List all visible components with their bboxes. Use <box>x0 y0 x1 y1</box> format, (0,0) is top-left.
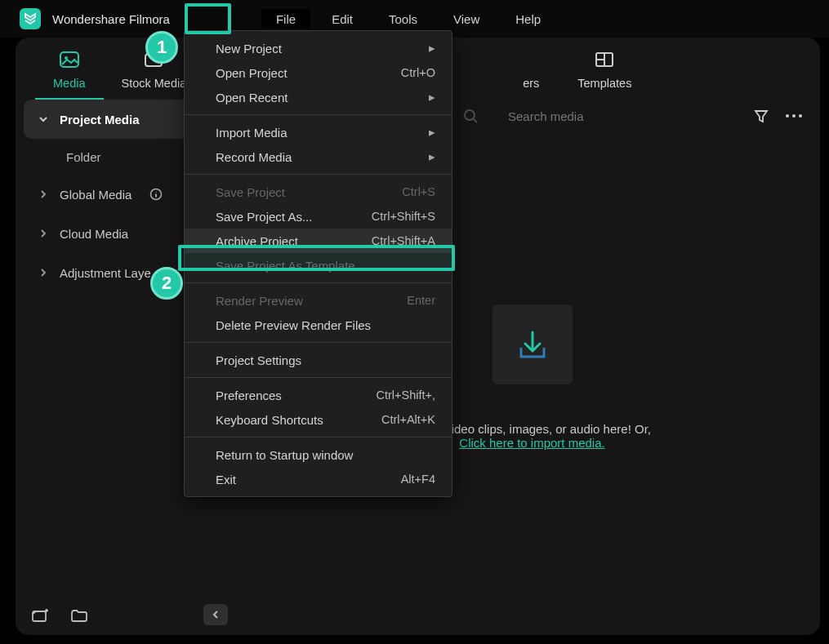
menubar-tools[interactable]: Tools <box>374 9 432 29</box>
filter-icon[interactable] <box>751 106 771 126</box>
chevron-right-icon: ▸ <box>429 149 435 164</box>
menu-separator <box>185 377 452 378</box>
app-title: Wondershare Filmora <box>52 12 170 26</box>
menubar-edit[interactable]: Edit <box>317 9 368 29</box>
menubar-view[interactable]: View <box>439 9 494 29</box>
menu-return-startup[interactable]: Return to Startup window <box>185 442 452 467</box>
new-bin-icon[interactable] <box>30 606 50 625</box>
menu-record-media[interactable]: Record Media ▸ <box>185 144 452 169</box>
import-icon <box>492 304 573 384</box>
menu-exit[interactable]: Exit Alt+F4 <box>185 467 452 491</box>
menu-separator <box>185 282 452 283</box>
menu-archive-project[interactable]: Archive Project Ctrl+Shift+A <box>185 229 452 253</box>
chevron-right-icon <box>38 189 48 199</box>
tab-label: Media <box>53 77 86 90</box>
sidebar-label: Adjustment Laye <box>60 266 151 280</box>
svg-line-8 <box>474 119 477 122</box>
file-dropdown: New Project ▸ Open Project Ctrl+O Open R… <box>184 30 452 497</box>
menu-delete-preview[interactable]: Delete Preview Render Files <box>185 313 452 337</box>
app-logo-icon <box>20 8 41 29</box>
tab-templates[interactable]: Templates <box>559 49 649 100</box>
menu-separator <box>185 114 452 115</box>
menu-project-settings[interactable]: Project Settings <box>185 348 452 372</box>
svg-point-10 <box>792 114 796 118</box>
tab-label: Templates <box>577 77 631 90</box>
chevron-right-icon: ▸ <box>429 41 435 56</box>
menu-separator <box>185 342 452 343</box>
menubar-file[interactable]: File <box>261 9 310 29</box>
menu-open-recent[interactable]: Open Recent ▸ <box>185 85 452 109</box>
search-icon <box>462 108 479 124</box>
searchrow <box>462 100 804 132</box>
info-icon <box>149 188 163 201</box>
chevron-right-icon: ▸ <box>429 90 435 104</box>
collapse-sidebar-button[interactable] <box>203 604 228 625</box>
search-input[interactable] <box>492 109 738 123</box>
chevron-down-icon <box>38 114 48 124</box>
folder-icon[interactable] <box>69 606 89 625</box>
menu-keyboard-shortcuts[interactable]: Keyboard Shortcuts Ctrl+Alt+K <box>185 407 452 432</box>
menu-render-preview: Render Preview Enter <box>185 288 452 313</box>
tab-media[interactable]: Media <box>35 49 104 100</box>
menu-save-project-as[interactable]: Save Project As... Ctrl+Shift+S <box>185 204 452 229</box>
svg-point-7 <box>465 110 475 120</box>
chevron-right-icon <box>38 268 48 278</box>
menu-open-project[interactable]: Open Project Ctrl+O <box>185 60 452 85</box>
sidebar-label: Cloud Media <box>60 227 128 241</box>
menu-separator <box>185 174 452 175</box>
menu-save-project: Save Project Ctrl+S <box>185 180 452 204</box>
svg-rect-0 <box>60 52 78 67</box>
tab-label: ers <box>523 77 539 90</box>
chevron-right-icon <box>38 229 48 238</box>
tab-label: Stock Media <box>122 77 187 90</box>
menu-new-project[interactable]: New Project ▸ <box>185 36 452 60</box>
menubar-help[interactable]: Help <box>501 9 555 29</box>
chevron-right-icon: ▸ <box>429 125 435 140</box>
svg-point-11 <box>799 114 802 118</box>
menu-save-template: Save Project As Template <box>185 253 452 278</box>
import-link[interactable]: Click here to import media. <box>459 436 604 450</box>
more-icon[interactable] <box>784 106 804 126</box>
menu-separator <box>185 437 452 437</box>
menu-preferences[interactable]: Preferences Ctrl+Shift+, <box>185 383 452 407</box>
sidebar-label: Project Media <box>60 113 140 127</box>
templates-icon <box>594 49 615 70</box>
menu-import-media[interactable]: Import Media ▸ <box>185 120 452 144</box>
sidebar-label: Global Media <box>60 188 131 202</box>
bottombar <box>30 606 89 625</box>
svg-point-9 <box>786 114 789 118</box>
tab-partial-ers[interactable]: ers <box>520 49 559 100</box>
media-icon <box>59 49 80 70</box>
stock-media-icon <box>143 49 164 70</box>
